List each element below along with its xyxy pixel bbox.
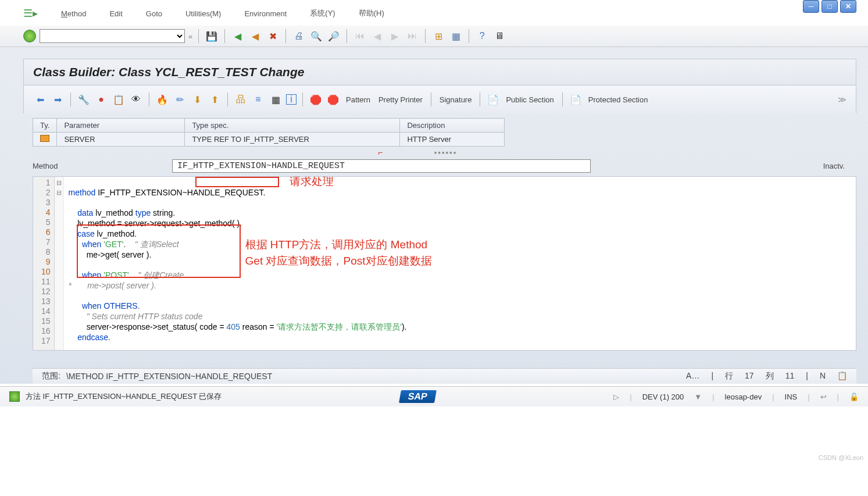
ins-mode[interactable]: INS	[785, 392, 798, 401]
status-bar: 方法 IF_HTTP_EXTENSION~HANDLE_REQUEST 已保存 …	[0, 386, 868, 406]
wand-icon[interactable]: ✏	[173, 92, 187, 106]
code-content[interactable]: method IF_HTTP_EXTENSION~HANDLE_REQUEST.…	[64, 177, 856, 350]
menu-utilities[interactable]: Utilities(M)	[185, 9, 221, 18]
find-next-icon[interactable]: 🔎	[327, 29, 341, 43]
page-title: Class Builder: Class YCL_REST_TEST Chang…	[23, 59, 856, 85]
annotation-box-2	[77, 224, 241, 278]
hierarchy-icon[interactable]: 品	[234, 92, 248, 106]
command-field[interactable]	[40, 29, 185, 43]
menu-goto[interactable]: Goto	[146, 9, 162, 18]
sap-logo: SAP	[399, 390, 437, 403]
menu-environment[interactable]: Environment	[244, 9, 287, 18]
annotation-text-2: 根据 HTTP方法，调用对应的 Method	[245, 240, 428, 249]
tree-icon[interactable]: ⬆	[208, 92, 222, 106]
scope-value: \METHOD IF_HTTP_EXTENSION~HANDLE_REQUEST	[66, 372, 272, 381]
annotation-box-1	[195, 177, 279, 187]
back-icon[interactable]: ◀	[231, 29, 245, 43]
method-label: Method	[33, 162, 160, 170]
menu-system[interactable]: 系统(Y)	[310, 8, 335, 19]
doc-icon[interactable]: 📄	[486, 92, 500, 106]
splitter-handle-icon[interactable]: ▪▪▪▪▪▪	[434, 148, 458, 157]
status-ok-icon	[9, 391, 20, 402]
help-icon[interactable]: ?	[475, 29, 489, 43]
info-icon[interactable]: i	[286, 94, 297, 105]
maximize-button[interactable]: □	[821, 0, 838, 13]
lock-icon[interactable]: 🔓	[849, 392, 859, 401]
last-page-icon: ⏭	[405, 29, 419, 43]
public-section-button[interactable]: Public Section	[506, 95, 553, 104]
breakpoint2-icon[interactable]: 🛑	[326, 92, 340, 106]
menu-method[interactable]: MMethodethod	[61, 9, 86, 18]
pretty-printer-button[interactable]: Pretty Printer	[378, 95, 423, 104]
system-field[interactable]: DEV (1) 200	[642, 392, 684, 401]
next-page-icon: ▶	[388, 29, 402, 43]
col-value: 11	[785, 371, 795, 381]
signature-button[interactable]: Signature	[440, 95, 472, 104]
menu-icon[interactable]: ☰▸	[23, 7, 38, 20]
settings-icon[interactable]: 🖥	[492, 29, 506, 43]
fold-gutter[interactable]: ⊟⊟	[55, 177, 64, 350]
code-editor[interactable]: 1234567891011121314151617 ⊟⊟ method IF_H…	[33, 176, 856, 351]
save-icon[interactable]: 💾	[205, 29, 219, 43]
display-icon[interactable]: 🔧	[77, 92, 91, 106]
annotation-text-1: 请求处理	[290, 176, 334, 186]
editor-status-line: 范围: \METHOD IF_HTTP_EXTENSION~HANDLE_REQ…	[33, 368, 856, 384]
breakpoint-icon[interactable]: 🛑	[309, 92, 323, 106]
annotation-text-3: Get 对应查询数据，Post对应创建数据	[245, 256, 432, 266]
corner-mark: ⌐	[378, 148, 383, 157]
cell-param: SERVER	[57, 133, 185, 147]
doc2-icon[interactable]: 📄	[569, 92, 583, 106]
undo-icon[interactable]: ⬅	[33, 92, 47, 106]
close-button[interactable]: ✕	[840, 0, 856, 13]
new-session-icon[interactable]: ⊞	[431, 29, 445, 43]
other-object-icon[interactable]: ●	[94, 92, 108, 106]
layout-icon[interactable]: ▦	[449, 29, 463, 43]
print-icon[interactable]: 🖨	[292, 29, 306, 43]
minimize-button[interactable]: ─	[803, 0, 819, 13]
main-toolbar: « 💾 ◀ ◀ ✖ 🖨 🔍 🔎 ⏮ ◀ ▶ ⏭ ⊞ ▦ ? 🖥	[0, 26, 868, 47]
cell-desc: HTTP Server	[400, 133, 505, 147]
pattern-button[interactable]: Pattern	[346, 95, 370, 104]
method-status: Inactv.	[823, 162, 845, 170]
list-icon[interactable]: ≡	[251, 92, 265, 106]
th-desc: Description	[400, 119, 505, 133]
line-label: 行	[725, 371, 733, 381]
window-controls: ─ □ ✕	[803, 0, 856, 13]
clipboard-icon[interactable]: 📋	[112, 92, 126, 106]
status-a: A…	[686, 371, 699, 381]
splitter[interactable]: ⌐ ▪▪▪▪▪▪	[23, 147, 868, 158]
more-icon[interactable]: ≫	[838, 95, 846, 104]
nav-icon[interactable]: ▷	[613, 392, 619, 401]
where-used-icon[interactable]: ⬇	[190, 92, 204, 106]
redo-icon[interactable]: ➡	[51, 92, 65, 106]
first-page-icon: ⏮	[353, 29, 367, 43]
table-row[interactable]: SERVER TYPE REF TO IF_HTTP_SERVER HTTP S…	[33, 133, 505, 147]
protected-section-button[interactable]: Protected Section	[588, 95, 648, 104]
sub-toolbar: ⬅ ➡ 🔧 ● 📋 👁 🔥 ✏ ⬇ ⬆ 品 ≡ ▦ i 🛑 🛑 Pattern …	[23, 85, 856, 113]
check-icon[interactable]: 👁	[129, 92, 143, 106]
prev-page-icon: ◀	[370, 29, 384, 43]
status-message: 方法 IF_HTTP_EXTENSION~HANDLE_REQUEST 已保存	[26, 391, 222, 402]
scope-label: 范围:	[42, 371, 60, 381]
collapse-icon[interactable]: «	[188, 32, 192, 41]
line-gutter: 1234567891011121314151617	[33, 177, 55, 350]
exit-icon[interactable]: ◀	[248, 29, 262, 43]
find-icon[interactable]: 🔍	[309, 29, 323, 43]
status-n: N	[820, 371, 826, 381]
table-icon[interactable]: ▦	[269, 92, 283, 106]
menubar: ☰▸ MMethodethod Edit Goto Utilities(M) E…	[0, 0, 868, 26]
importing-icon	[40, 135, 49, 142]
menu-edit[interactable]: Edit	[109, 9, 122, 18]
th-ty: Ty.	[33, 119, 57, 133]
col-label: 列	[766, 371, 774, 381]
cell-typespec: TYPE REF TO IF_HTTP_SERVER	[185, 133, 400, 147]
th-param: Parameter	[57, 119, 185, 133]
ok-icon[interactable]	[23, 30, 36, 42]
cancel-icon[interactable]: ✖	[266, 29, 280, 43]
menu-help[interactable]: 帮助(H)	[359, 8, 384, 19]
activate-icon[interactable]: 🔥	[155, 92, 169, 106]
unknown-icon[interactable]: ↩	[820, 392, 827, 401]
status-doc-icon: 📋	[837, 371, 847, 381]
th-typespec: Type spec.	[185, 119, 400, 133]
method-name-field[interactable]: IF_HTTP_EXTENSION~HANDLE_REQUEST	[172, 159, 591, 173]
